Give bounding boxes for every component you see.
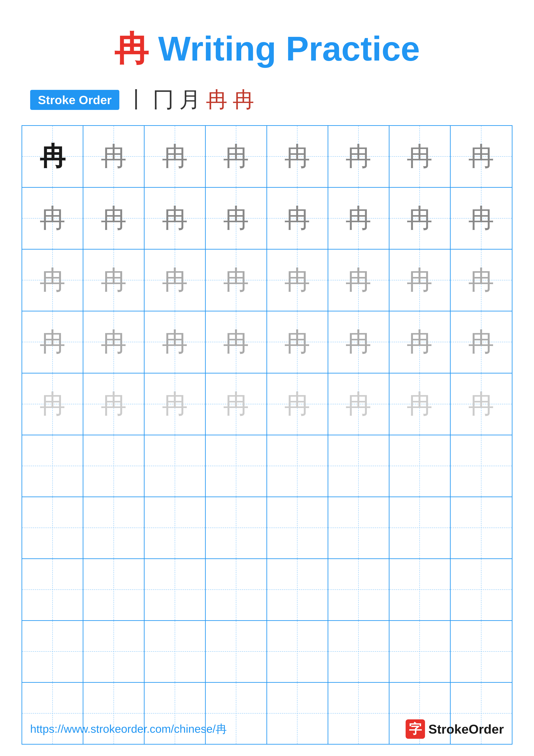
grid-cell[interactable] <box>390 435 451 497</box>
grid-cell[interactable]: 冉 <box>83 373 144 435</box>
grid-cell[interactable]: 冉 <box>206 373 267 435</box>
grid-cell[interactable] <box>390 559 451 620</box>
grid-cell[interactable] <box>22 559 83 620</box>
grid-cell[interactable]: 冉 <box>144 126 206 187</box>
practice-char: 冉 <box>162 329 188 355</box>
grid-cell[interactable]: 冉 <box>22 373 83 435</box>
logo-icon-box: 字 <box>406 719 425 739</box>
grid-cell[interactable]: 冉 <box>267 311 328 373</box>
grid-cell[interactable]: 冉 <box>390 373 451 435</box>
grid-cell[interactable] <box>206 497 267 558</box>
grid-cell[interactable]: 冉 <box>451 373 512 435</box>
grid-cell[interactable]: 冉 <box>144 250 206 311</box>
practice-char: 冉 <box>101 205 127 231</box>
grid-cell[interactable]: 冉 <box>206 311 267 373</box>
grid-cell[interactable]: 冉 <box>22 188 83 249</box>
grid-cell[interactable] <box>22 497 83 558</box>
grid-cell[interactable]: 冉 <box>83 311 144 373</box>
practice-char: 冉 <box>407 391 433 417</box>
grid-cell[interactable] <box>206 559 267 620</box>
grid-cell[interactable] <box>83 435 144 497</box>
page-title: 冉 Writing Practice <box>0 0 534 72</box>
practice-char: 冉 <box>223 267 249 293</box>
grid-cell[interactable]: 冉 <box>206 250 267 311</box>
grid-cell[interactable] <box>328 559 390 620</box>
grid-cell[interactable]: 冉 <box>144 311 206 373</box>
grid-cell[interactable]: 冉 <box>390 126 451 187</box>
practice-char: 冉 <box>162 205 188 231</box>
practice-char: 冉 <box>468 329 494 355</box>
grid-cell[interactable] <box>267 497 328 558</box>
grid-cell[interactable] <box>22 621 83 682</box>
grid-cell[interactable]: 冉 <box>451 250 512 311</box>
grid-cell[interactable]: 冉 <box>328 250 390 311</box>
grid-cell[interactable] <box>83 559 144 620</box>
grid-cell[interactable]: 冉 <box>451 126 512 187</box>
grid-cell[interactable]: 冉 <box>390 311 451 373</box>
grid-cell[interactable]: 冉 <box>267 250 328 311</box>
grid-row <box>22 621 512 683</box>
grid-cell[interactable]: 冉 <box>328 373 390 435</box>
grid-cell[interactable]: 冉 <box>22 250 83 311</box>
grid-cell[interactable]: 冉 <box>451 311 512 373</box>
practice-char: 冉 <box>468 267 494 293</box>
grid-cell[interactable] <box>328 435 390 497</box>
grid-cell[interactable]: 冉 <box>328 311 390 373</box>
practice-char: 冉 <box>345 391 371 417</box>
grid-row <box>22 497 512 559</box>
practice-char: 冉 <box>407 144 433 169</box>
grid-cell[interactable]: 冉 <box>83 250 144 311</box>
stroke-4: 冉 <box>206 85 227 115</box>
footer-url[interactable]: https://www.strokeorder.com/chinese/冉 <box>30 721 227 737</box>
grid-cell[interactable] <box>206 435 267 497</box>
grid-cell[interactable]: 冉 <box>22 126 83 187</box>
practice-char: 冉 <box>407 329 433 355</box>
practice-grid: 冉 冉 冉 冉 冉 冉 冉 冉 冉 冉 冉 冉 冉 冉 冉 冉 冉 冉 冉 冉 … <box>21 125 513 744</box>
practice-char: 冉 <box>101 391 127 417</box>
practice-char: 冉 <box>345 144 371 169</box>
practice-char: 冉 <box>284 144 310 169</box>
grid-cell[interactable]: 冉 <box>22 311 83 373</box>
stroke-order-section: Stroke Order 丨 冂 月 冉 冉 <box>0 85 534 115</box>
grid-cell[interactable] <box>328 497 390 558</box>
grid-cell[interactable]: 冉 <box>206 188 267 249</box>
grid-cell[interactable] <box>144 435 206 497</box>
grid-cell[interactable]: 冉 <box>83 188 144 249</box>
grid-cell[interactable]: 冉 <box>390 250 451 311</box>
practice-char: 冉 <box>223 329 249 355</box>
grid-cell[interactable] <box>267 621 328 682</box>
grid-cell[interactable] <box>451 497 512 558</box>
grid-cell[interactable] <box>22 435 83 497</box>
grid-cell[interactable]: 冉 <box>267 373 328 435</box>
stroke-1: 丨 <box>126 85 147 115</box>
practice-char: 冉 <box>101 329 127 355</box>
grid-cell[interactable]: 冉 <box>267 126 328 187</box>
grid-cell[interactable] <box>267 559 328 620</box>
grid-cell[interactable]: 冉 <box>328 188 390 249</box>
grid-cell[interactable]: 冉 <box>144 188 206 249</box>
grid-cell[interactable] <box>390 621 451 682</box>
grid-cell[interactable] <box>451 621 512 682</box>
practice-char: 冉 <box>162 267 188 293</box>
grid-cell[interactable] <box>144 621 206 682</box>
grid-cell[interactable]: 冉 <box>390 188 451 249</box>
grid-cell[interactable] <box>328 621 390 682</box>
grid-cell[interactable]: 冉 <box>267 188 328 249</box>
grid-cell[interactable] <box>83 621 144 682</box>
grid-cell[interactable] <box>83 497 144 558</box>
grid-cell[interactable]: 冉 <box>144 373 206 435</box>
grid-cell[interactable] <box>206 621 267 682</box>
grid-cell[interactable] <box>451 435 512 497</box>
grid-cell[interactable]: 冉 <box>83 126 144 187</box>
footer: https://www.strokeorder.com/chinese/冉 字 … <box>0 719 534 739</box>
grid-cell[interactable] <box>267 435 328 497</box>
practice-char: 冉 <box>345 267 371 293</box>
practice-char: 冉 <box>468 144 494 169</box>
grid-cell[interactable]: 冉 <box>451 188 512 249</box>
grid-cell[interactable]: 冉 <box>328 126 390 187</box>
grid-cell[interactable] <box>390 497 451 558</box>
grid-cell[interactable] <box>144 497 206 558</box>
grid-cell[interactable] <box>451 559 512 620</box>
grid-cell[interactable] <box>144 559 206 620</box>
grid-cell[interactable]: 冉 <box>206 126 267 187</box>
